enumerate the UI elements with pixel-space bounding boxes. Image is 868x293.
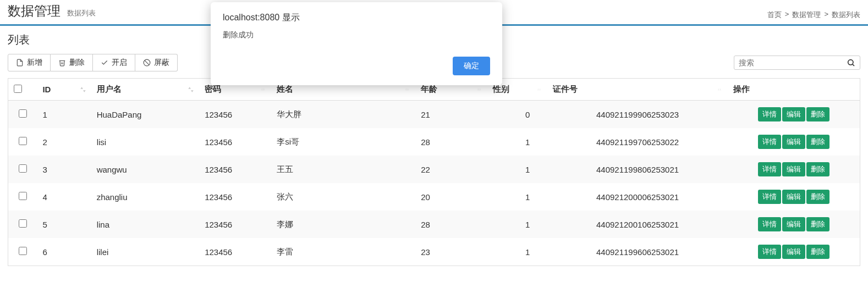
row-checkbox[interactable]: [19, 247, 27, 255]
sort-icon: [716, 86, 723, 93]
cell-name: 华大胖: [271, 101, 415, 128]
table-row: 4zhangliu123456张六201440921200006253021详情…: [8, 183, 860, 211]
cell-cert: 440921200106253021: [547, 211, 728, 238]
sort-icon: [187, 86, 195, 93]
cell-name: 李娜: [271, 211, 415, 238]
cell-id: 4: [37, 183, 91, 211]
detail-button[interactable]: 详情: [758, 162, 781, 176]
edit-button[interactable]: 编辑: [782, 217, 805, 231]
cell-name: 李雷: [271, 238, 415, 266]
row-checkbox[interactable]: [19, 164, 27, 173]
cell-ops: 详情编辑删除: [728, 101, 860, 128]
cell-ops: 详情编辑删除: [728, 238, 860, 266]
col-header-username[interactable]: 用户名: [91, 79, 200, 101]
cell-password: 123456: [199, 128, 271, 156]
cell-gender: 1: [487, 183, 547, 211]
row-delete-button[interactable]: 删除: [806, 190, 829, 204]
table-row: 3wangwu123456王五221440921199806253021详情编辑…: [8, 156, 860, 183]
edit-button[interactable]: 编辑: [782, 135, 805, 149]
col-header-cert[interactable]: 证件号: [547, 79, 728, 101]
cell-ops: 详情编辑删除: [728, 183, 860, 211]
cell-password: 123456: [199, 211, 271, 238]
sort-icon: [259, 86, 267, 93]
edit-button[interactable]: 编辑: [782, 190, 805, 204]
cell-username: lina: [91, 211, 200, 238]
cell-id: 3: [37, 156, 91, 183]
alert-title: localhost:8080 显示: [223, 12, 490, 24]
toolbar-buttons: 新增 删除 开启 屏蔽: [8, 54, 178, 71]
data-table: ID 用户名 密码 姓名 年龄 性别: [8, 78, 860, 266]
cell-username: wangwu: [91, 156, 200, 183]
col-header-ops: 操作: [728, 79, 860, 101]
cell-age: 21: [415, 101, 487, 128]
cell-name: 张六: [271, 183, 415, 211]
edit-button[interactable]: 编辑: [782, 162, 805, 176]
cell-cert: 440921199606253021: [547, 238, 728, 266]
sort-icon: [403, 86, 411, 93]
page-subtitle: 数据列表: [67, 8, 96, 18]
cell-age: 23: [415, 238, 487, 266]
row-delete-button[interactable]: 删除: [806, 135, 829, 149]
block-button[interactable]: 屏蔽: [135, 54, 178, 71]
breadcrumb-leaf: 数据列表: [832, 10, 860, 20]
breadcrumb: 首页 > 数据管理 > 数据列表: [767, 10, 860, 20]
cell-age: 28: [415, 128, 487, 156]
cell-cert: 440921199806253021: [547, 156, 728, 183]
svg-point-2: [848, 60, 853, 65]
detail-button[interactable]: 详情: [758, 245, 781, 259]
row-delete-button[interactable]: 删除: [806, 162, 829, 176]
row-delete-button[interactable]: 删除: [806, 245, 829, 259]
cell-username: lisi: [91, 128, 200, 156]
breadcrumb-sep: >: [785, 10, 789, 20]
cell-gender: 1: [487, 211, 547, 238]
cell-gender: 1: [487, 156, 547, 183]
sort-icon: [535, 86, 543, 93]
cell-age: 20: [415, 183, 487, 211]
cell-name: 李si哥: [271, 128, 415, 156]
row-checkbox[interactable]: [19, 192, 27, 200]
detail-button[interactable]: 详情: [758, 190, 781, 204]
sort-icon: [79, 86, 87, 93]
row-checkbox[interactable]: [19, 109, 27, 118]
edit-button[interactable]: 编辑: [782, 107, 805, 121]
cell-gender: 0: [487, 101, 547, 128]
breadcrumb-home[interactable]: 首页: [767, 10, 782, 20]
cell-gender: 1: [487, 128, 547, 156]
enable-button[interactable]: 开启: [93, 54, 135, 71]
alert-ok-button[interactable]: 确定: [453, 57, 490, 75]
select-all-checkbox[interactable]: [14, 85, 22, 93]
cell-username: lilei: [91, 238, 200, 266]
search-wrap: [734, 56, 860, 70]
detail-button[interactable]: 详情: [758, 107, 781, 121]
row-delete-button[interactable]: 删除: [806, 217, 829, 231]
ban-icon: [143, 59, 151, 67]
svg-line-1: [145, 60, 149, 65]
add-button[interactable]: 新增: [8, 54, 51, 71]
search-icon[interactable]: [847, 58, 855, 67]
detail-button[interactable]: 详情: [758, 217, 781, 231]
col-header-id[interactable]: ID: [37, 79, 91, 101]
alert-dialog: localhost:8080 显示 删除成功 确定: [211, 2, 502, 85]
row-delete-button[interactable]: 删除: [806, 107, 829, 121]
edit-button[interactable]: 编辑: [782, 245, 805, 259]
table-row: 5lina123456李娜281440921200106253021详情编辑删除: [8, 211, 860, 238]
cell-password: 123456: [199, 101, 271, 128]
detail-button[interactable]: 详情: [758, 135, 781, 149]
search-input[interactable]: [739, 58, 847, 67]
check-icon: [101, 59, 108, 67]
row-checkbox[interactable]: [19, 219, 27, 228]
cell-ops: 详情编辑删除: [728, 156, 860, 183]
breadcrumb-module[interactable]: 数据管理: [792, 10, 821, 20]
cell-id: 1: [37, 101, 91, 128]
delete-button[interactable]: 删除: [51, 54, 93, 71]
table-row: 2lisi123456李si哥281440921199706253022详情编辑…: [8, 128, 860, 156]
cell-id: 5: [37, 211, 91, 238]
cell-cert: 440921199706253022: [547, 128, 728, 156]
cell-cert: 440921200006253021: [547, 183, 728, 211]
cell-cert: 440921199906253023: [547, 101, 728, 128]
row-checkbox[interactable]: [19, 137, 27, 145]
breadcrumb-sep: >: [824, 10, 828, 20]
table-row: 1HuaDaPang123456华大胖210440921199906253023…: [8, 101, 860, 128]
file-icon: [16, 59, 24, 67]
cell-gender: 1: [487, 238, 547, 266]
